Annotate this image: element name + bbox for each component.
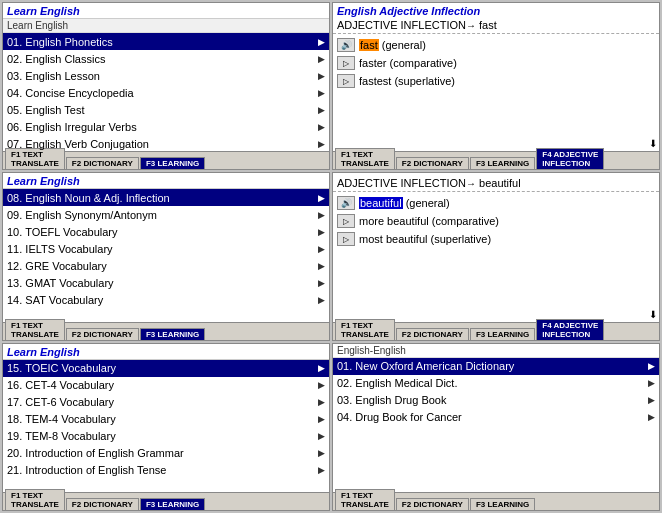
list-item-text: 10. TOEFL Vocabulary bbox=[7, 226, 316, 238]
super-icon-2: ▷ bbox=[337, 232, 355, 246]
list-item-text: 05. English Test bbox=[7, 104, 316, 116]
comp-icon-2: ▷ bbox=[337, 214, 355, 228]
list-item-arrow: ▶ bbox=[318, 139, 325, 149]
bot-left-tabbar: F1 TEXTTRANSLATE F2 DICTIONARY F3 LEARNI… bbox=[3, 492, 329, 510]
top-right-content: 🔊 fast (general) ▷ faster (comparative) … bbox=[333, 33, 659, 151]
list-item[interactable]: 21. Introduction of English Tense▶ bbox=[3, 462, 329, 479]
list-item-arrow: ▶ bbox=[318, 363, 325, 373]
top-left-list: 01. English Phonetics▶02. English Classi… bbox=[3, 33, 329, 151]
tab-f1-ml[interactable]: F1 TEXTTRANSLATE bbox=[5, 319, 65, 340]
comp-icon-1: ▷ bbox=[337, 56, 355, 70]
infl-text-6: most beautiful (superlative) bbox=[359, 233, 491, 245]
list-item[interactable]: 12. GRE Vocabulary▶ bbox=[3, 257, 329, 274]
tab-f3-ml[interactable]: F3 LEARNING bbox=[140, 328, 205, 340]
list-item[interactable]: 13. GMAT Vocabulary▶ bbox=[3, 274, 329, 291]
list-item-text: 17. CET-6 Vocabulary bbox=[7, 396, 316, 408]
list-item[interactable]: 02. English Medical Dict.▶ bbox=[333, 375, 659, 392]
top-right-main-title: English Adjective Inflection bbox=[333, 3, 659, 18]
tab-f1-tr[interactable]: F1 TEXTTRANSLATE bbox=[335, 148, 395, 169]
list-item-arrow: ▶ bbox=[318, 465, 325, 475]
tab-f2-tr[interactable]: F2 DICTIONARY bbox=[396, 157, 469, 169]
tab-f2-ml[interactable]: F2 DICTIONARY bbox=[66, 328, 139, 340]
list-item[interactable]: 17. CET-6 Vocabulary▶ bbox=[3, 394, 329, 411]
list-item[interactable]: 04. Drug Book for Cancer▶ bbox=[333, 409, 659, 426]
infl-item-4: 🔊 beautiful (general) bbox=[337, 194, 655, 212]
list-item-arrow: ▶ bbox=[318, 88, 325, 98]
tab-f1-mr[interactable]: F1 TEXTTRANSLATE bbox=[335, 319, 395, 340]
list-item-text: 11. IELTS Vocabulary bbox=[7, 243, 316, 255]
list-item[interactable]: 03. English Lesson▶ bbox=[3, 67, 329, 84]
list-item[interactable]: 06. English Irregular Verbs▶ bbox=[3, 118, 329, 135]
list-item-arrow: ▶ bbox=[318, 37, 325, 47]
list-item[interactable]: 20. Introduction of English Grammar▶ bbox=[3, 445, 329, 462]
infl-item-1: 🔊 fast (general) bbox=[337, 36, 655, 54]
tab-f3-tl[interactable]: F3 LEARNING bbox=[140, 157, 205, 169]
infl-text-2: faster (comparative) bbox=[359, 57, 457, 69]
list-item-text: 21. Introduction of English Tense bbox=[7, 464, 316, 476]
list-item-text: 01. English Phonetics bbox=[7, 36, 316, 48]
tab-f4-tr[interactable]: F4 ADJECTIVEINFLECTION bbox=[536, 148, 604, 169]
list-item-arrow: ▶ bbox=[318, 380, 325, 390]
infl-item-2: ▷ faster (comparative) bbox=[337, 54, 655, 72]
tab-f4-mr[interactable]: F4 ADJECTIVEINFLECTION bbox=[536, 319, 604, 340]
list-item-arrow: ▶ bbox=[318, 448, 325, 458]
tab-f2-tl[interactable]: F2 DICTIONARY bbox=[66, 157, 139, 169]
list-item-arrow: ▶ bbox=[648, 412, 655, 422]
mid-right-content: 🔊 beautiful (general) ▷ more beautiful (… bbox=[333, 191, 659, 321]
mid-left-panel: Learn English 08. English Noun & Adj. In… bbox=[2, 172, 330, 340]
tab-f2-mr[interactable]: F2 DICTIONARY bbox=[396, 328, 469, 340]
list-item-text: 04. Drug Book for Cancer bbox=[337, 411, 646, 423]
infl-text-3: fastest (superlative) bbox=[359, 75, 455, 87]
mid-right-tabbar: F1 TEXTTRANSLATE F2 DICTIONARY F3 LEARNI… bbox=[333, 322, 659, 340]
tab-f2-br[interactable]: F2 DICTIONARY bbox=[396, 498, 469, 510]
list-item[interactable]: 18. TEM-4 Vocabulary▶ bbox=[3, 411, 329, 428]
speaker-icon-1[interactable]: 🔊 bbox=[337, 38, 355, 52]
list-item[interactable]: 01. English Phonetics▶ bbox=[3, 33, 329, 50]
list-item[interactable]: 02. English Classics▶ bbox=[3, 50, 329, 67]
list-item[interactable]: 09. English Synonym/Antonym▶ bbox=[3, 206, 329, 223]
tab-f2-bl[interactable]: F2 DICTIONARY bbox=[66, 498, 139, 510]
list-item-arrow: ▶ bbox=[318, 244, 325, 254]
list-item[interactable]: 08. English Noun & Adj. Inflection▶ bbox=[3, 189, 329, 206]
list-item-arrow: ▶ bbox=[318, 193, 325, 203]
list-item-text: 03. English Drug Book bbox=[337, 394, 646, 406]
tab-f1-tl[interactable]: F1 TEXTTRANSLATE bbox=[5, 148, 65, 169]
list-item-text: 18. TEM-4 Vocabulary bbox=[7, 413, 316, 425]
list-item-text: 09. English Synonym/Antonym bbox=[7, 209, 316, 221]
list-item-text: 12. GRE Vocabulary bbox=[7, 260, 316, 272]
tab-f1-br[interactable]: F1 TEXTTRANSLATE bbox=[335, 489, 395, 510]
list-item[interactable]: 04. Concise Encyclopedia▶ bbox=[3, 84, 329, 101]
mid-left-items-container: 08. English Noun & Adj. Inflection▶09. E… bbox=[3, 189, 329, 308]
list-item[interactable]: 05. English Test▶ bbox=[3, 101, 329, 118]
list-item-text: 02. English Medical Dict. bbox=[337, 377, 646, 389]
list-item-text: 15. TOEIC Vocabulary bbox=[7, 362, 316, 374]
top-right-header: ADJECTIVE INFLECTION→ fast bbox=[333, 18, 659, 33]
speaker-icon-2[interactable]: 🔊 bbox=[337, 196, 355, 210]
top-right-tabbar: F1 TEXTTRANSLATE F2 DICTIONARY F3 LEARNI… bbox=[333, 151, 659, 169]
list-item[interactable]: 10. TOEFL Vocabulary▶ bbox=[3, 223, 329, 240]
list-item-arrow: ▶ bbox=[318, 431, 325, 441]
list-item-arrow: ▶ bbox=[648, 361, 655, 371]
list-item[interactable]: 16. CET-4 Vocabulary▶ bbox=[3, 377, 329, 394]
list-item[interactable]: 01. New Oxford American Dictionary▶ bbox=[333, 358, 659, 375]
list-item[interactable]: 15. TOEIC Vocabulary▶ bbox=[3, 360, 329, 377]
list-item[interactable]: 07. English Verb Conjugation▶ bbox=[3, 135, 329, 151]
top-left-subtitle: Learn English bbox=[3, 19, 329, 33]
tab-f3-bl[interactable]: F3 LEARNING bbox=[140, 498, 205, 510]
tab-f3-br[interactable]: F3 LEARNING bbox=[470, 498, 535, 510]
mid-left-title: Learn English bbox=[3, 173, 329, 189]
list-item[interactable]: 19. TEM-8 Vocabulary▶ bbox=[3, 428, 329, 445]
infl-text-1: fast (general) bbox=[359, 39, 426, 51]
list-item[interactable]: 03. English Drug Book▶ bbox=[333, 392, 659, 409]
list-item-text: 08. English Noun & Adj. Inflection bbox=[7, 192, 316, 204]
mid-left-list: 08. English Noun & Adj. Inflection▶09. E… bbox=[3, 189, 329, 321]
list-item[interactable]: 14. SAT Vocabulary▶ bbox=[3, 291, 329, 308]
top-left-tabbar: F1 TEXTTRANSLATE F2 DICTIONARY F3 LEARNI… bbox=[3, 151, 329, 169]
tab-f3-tr[interactable]: F3 LEARNING bbox=[470, 157, 535, 169]
tab-f3-mr[interactable]: F3 LEARNING bbox=[470, 328, 535, 340]
top-left-panel: Learn English Learn English 01. English … bbox=[2, 2, 330, 170]
list-item-text: 02. English Classics bbox=[7, 53, 316, 65]
list-item[interactable]: 11. IELTS Vocabulary▶ bbox=[3, 240, 329, 257]
tab-f1-bl[interactable]: F1 TEXTTRANSLATE bbox=[5, 489, 65, 510]
down-indicator-1: ⬇ bbox=[649, 138, 657, 149]
